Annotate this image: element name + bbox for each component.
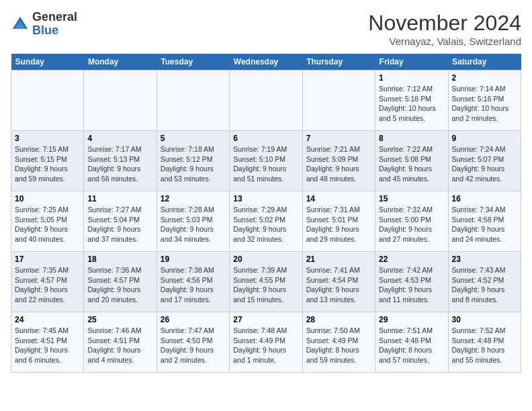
day-number: 18 — [87, 255, 152, 264]
day-number: 12 — [161, 194, 226, 203]
calendar-cell: 15Sunrise: 7:32 AM Sunset: 5:00 PM Dayli… — [375, 191, 448, 252]
day-info: Sunrise: 7:15 AM Sunset: 5:15 PM Dayligh… — [15, 144, 80, 184]
day-info: Sunrise: 7:28 AM Sunset: 5:03 PM Dayligh… — [161, 205, 226, 244]
calendar-cell: 2Sunrise: 7:14 AM Sunset: 5:16 PM Daylig… — [448, 71, 521, 131]
calendar-cell: 16Sunrise: 7:34 AM Sunset: 4:58 PM Dayli… — [448, 191, 521, 252]
day-number: 24 — [15, 315, 80, 324]
logo-blue-text: Blue — [32, 24, 58, 37]
day-number: 3 — [15, 134, 80, 143]
day-number: 6 — [233, 134, 298, 143]
calendar-cell — [302, 71, 375, 131]
title-block: November 2024 Vernayaz, Valais, Switzerl… — [368, 11, 521, 47]
day-info: Sunrise: 7:38 AM Sunset: 4:56 PM Dayligh… — [161, 265, 226, 305]
page-header: General Blue November 2024 Vernayaz, Val… — [11, 11, 521, 47]
week-row-5: 24Sunrise: 7:45 AM Sunset: 4:51 PM Dayli… — [11, 312, 521, 373]
day-info: Sunrise: 7:52 AM Sunset: 4:48 PM Dayligh… — [452, 326, 517, 365]
day-info: Sunrise: 7:51 AM Sunset: 4:48 PM Dayligh… — [379, 326, 444, 365]
location-text: Vernayaz, Valais, Switzerland — [368, 36, 521, 47]
calendar-cell: 3Sunrise: 7:15 AM Sunset: 5:15 PM Daylig… — [11, 131, 84, 191]
day-info: Sunrise: 7:35 AM Sunset: 4:57 PM Dayligh… — [15, 265, 80, 305]
day-number: 11 — [87, 194, 152, 203]
calendar-cell: 25Sunrise: 7:46 AM Sunset: 4:51 PM Dayli… — [84, 312, 157, 373]
week-row-4: 17Sunrise: 7:35 AM Sunset: 4:57 PM Dayli… — [11, 252, 521, 312]
weekday-header-saturday: Saturday — [448, 54, 521, 71]
calendar-cell — [230, 71, 302, 131]
day-number: 14 — [306, 194, 371, 203]
week-row-3: 10Sunrise: 7:25 AM Sunset: 5:05 PM Dayli… — [11, 191, 521, 252]
calendar-cell — [84, 71, 157, 131]
day-info: Sunrise: 7:43 AM Sunset: 4:52 PM Dayligh… — [452, 265, 517, 305]
day-info: Sunrise: 7:25 AM Sunset: 5:05 PM Dayligh… — [15, 205, 80, 244]
day-number: 25 — [87, 315, 152, 324]
calendar-cell: 30Sunrise: 7:52 AM Sunset: 4:48 PM Dayli… — [448, 312, 521, 373]
day-info: Sunrise: 7:21 AM Sunset: 5:09 PM Dayligh… — [306, 144, 371, 184]
calendar-cell: 19Sunrise: 7:38 AM Sunset: 4:56 PM Dayli… — [157, 252, 229, 312]
day-info: Sunrise: 7:24 AM Sunset: 5:07 PM Dayligh… — [452, 144, 517, 184]
day-info: Sunrise: 7:34 AM Sunset: 4:58 PM Dayligh… — [452, 205, 517, 244]
day-info: Sunrise: 7:22 AM Sunset: 5:08 PM Dayligh… — [379, 144, 444, 184]
day-number: 16 — [452, 194, 517, 203]
calendar-cell: 7Sunrise: 7:21 AM Sunset: 5:09 PM Daylig… — [302, 131, 375, 191]
day-info: Sunrise: 7:46 AM Sunset: 4:51 PM Dayligh… — [87, 326, 152, 365]
calendar-cell: 14Sunrise: 7:31 AM Sunset: 5:01 PM Dayli… — [302, 191, 375, 252]
calendar-cell: 23Sunrise: 7:43 AM Sunset: 4:52 PM Dayli… — [448, 252, 521, 312]
calendar-cell: 4Sunrise: 7:17 AM Sunset: 5:13 PM Daylig… — [84, 131, 157, 191]
day-number: 17 — [15, 255, 80, 264]
calendar-cell: 21Sunrise: 7:41 AM Sunset: 4:54 PM Dayli… — [302, 252, 375, 312]
day-info: Sunrise: 7:50 AM Sunset: 4:49 PM Dayligh… — [306, 326, 371, 365]
day-number: 23 — [452, 255, 517, 264]
day-number: 26 — [161, 315, 226, 324]
day-info: Sunrise: 7:36 AM Sunset: 4:57 PM Dayligh… — [87, 265, 152, 305]
day-number: 15 — [379, 194, 444, 203]
calendar-cell — [11, 71, 84, 131]
day-number: 13 — [233, 194, 298, 203]
calendar-cell — [157, 71, 229, 131]
day-info: Sunrise: 7:19 AM Sunset: 5:10 PM Dayligh… — [233, 144, 298, 184]
day-number: 7 — [306, 134, 371, 143]
calendar-cell: 27Sunrise: 7:48 AM Sunset: 4:49 PM Dayli… — [230, 312, 302, 373]
calendar-cell: 24Sunrise: 7:45 AM Sunset: 4:51 PM Dayli… — [11, 312, 84, 373]
day-info: Sunrise: 7:14 AM Sunset: 5:16 PM Dayligh… — [452, 84, 517, 124]
calendar-cell: 1Sunrise: 7:12 AM Sunset: 5:18 PM Daylig… — [375, 71, 448, 131]
day-number: 2 — [452, 73, 517, 83]
weekday-header-sunday: Sunday — [11, 54, 84, 71]
calendar-cell: 13Sunrise: 7:29 AM Sunset: 5:02 PM Dayli… — [230, 191, 302, 252]
calendar-cell: 11Sunrise: 7:27 AM Sunset: 5:04 PM Dayli… — [84, 191, 157, 252]
calendar-cell: 5Sunrise: 7:18 AM Sunset: 5:12 PM Daylig… — [157, 131, 229, 191]
week-row-2: 3Sunrise: 7:15 AM Sunset: 5:15 PM Daylig… — [11, 131, 521, 191]
weekday-header-thursday: Thursday — [302, 54, 375, 71]
day-number: 29 — [379, 315, 444, 324]
day-info: Sunrise: 7:27 AM Sunset: 5:04 PM Dayligh… — [87, 205, 152, 244]
month-title: November 2024 — [368, 11, 521, 36]
calendar-table: SundayMondayTuesdayWednesdayThursdayFrid… — [11, 54, 521, 373]
day-info: Sunrise: 7:47 AM Sunset: 4:50 PM Dayligh… — [161, 326, 226, 365]
weekday-header-wednesday: Wednesday — [230, 54, 302, 71]
calendar-cell: 9Sunrise: 7:24 AM Sunset: 5:07 PM Daylig… — [448, 131, 521, 191]
logo-text: General Blue — [32, 11, 77, 38]
calendar-cell: 12Sunrise: 7:28 AM Sunset: 5:03 PM Dayli… — [157, 191, 229, 252]
calendar-cell: 22Sunrise: 7:42 AM Sunset: 4:53 PM Dayli… — [375, 252, 448, 312]
day-number: 22 — [379, 255, 444, 264]
day-info: Sunrise: 7:12 AM Sunset: 5:18 PM Dayligh… — [379, 84, 444, 124]
weekday-header-friday: Friday — [375, 54, 448, 71]
calendar-cell: 17Sunrise: 7:35 AM Sunset: 4:57 PM Dayli… — [11, 252, 84, 312]
weekday-header-monday: Monday — [84, 54, 157, 71]
weekday-header-row: SundayMondayTuesdayWednesdayThursdayFrid… — [11, 54, 521, 71]
day-info: Sunrise: 7:29 AM Sunset: 5:02 PM Dayligh… — [233, 205, 298, 244]
calendar-cell: 6Sunrise: 7:19 AM Sunset: 5:10 PM Daylig… — [230, 131, 302, 191]
calendar-cell: 10Sunrise: 7:25 AM Sunset: 5:05 PM Dayli… — [11, 191, 84, 252]
calendar-cell: 28Sunrise: 7:50 AM Sunset: 4:49 PM Dayli… — [302, 312, 375, 373]
day-number: 28 — [306, 315, 371, 324]
day-info: Sunrise: 7:48 AM Sunset: 4:49 PM Dayligh… — [233, 326, 298, 365]
day-info: Sunrise: 7:17 AM Sunset: 5:13 PM Dayligh… — [87, 144, 152, 184]
day-number: 1 — [379, 73, 444, 83]
weekday-header-tuesday: Tuesday — [157, 54, 229, 71]
day-number: 5 — [161, 134, 226, 143]
calendar-cell: 26Sunrise: 7:47 AM Sunset: 4:50 PM Dayli… — [157, 312, 229, 373]
calendar-cell: 20Sunrise: 7:39 AM Sunset: 4:55 PM Dayli… — [230, 252, 302, 312]
day-number: 21 — [306, 255, 371, 264]
week-row-1: 1Sunrise: 7:12 AM Sunset: 5:18 PM Daylig… — [11, 71, 521, 131]
logo: General Blue — [11, 11, 77, 38]
day-info: Sunrise: 7:18 AM Sunset: 5:12 PM Dayligh… — [161, 144, 226, 184]
day-number: 10 — [15, 194, 80, 203]
